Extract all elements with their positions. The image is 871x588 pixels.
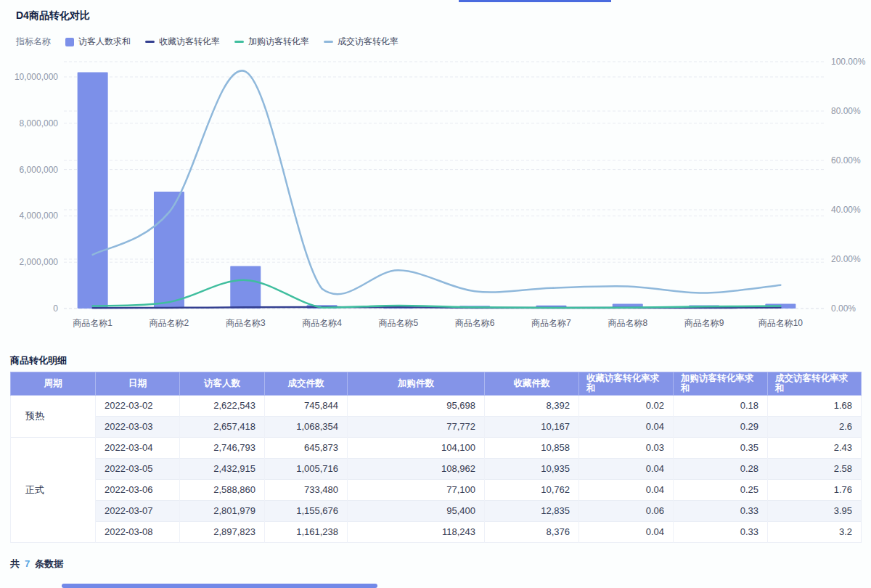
legend-item-line-1[interactable]: 收藏访客转化率 — [145, 36, 220, 48]
table-cell: 118,243 — [348, 521, 485, 542]
table-cell: 3.95 — [768, 500, 862, 521]
table-cell: 2,588,860 — [180, 479, 265, 500]
x-axis-category-label: 商品名称5 — [379, 318, 419, 328]
table-cell: 1,155,676 — [265, 500, 348, 521]
table-header-6[interactable]: 收藏访客转化率求和 — [579, 372, 674, 396]
legend-item-label: 成交访客转化率 — [338, 36, 398, 48]
footer-count: 7 — [25, 558, 30, 569]
dashboard: D4商品转化对比 指标名称 访客人数求和收藏访客转化率加购访客转化率成交访客转化… — [0, 0, 871, 588]
legend-item-label: 收藏访客转化率 — [159, 36, 220, 48]
table-cell: 104,100 — [348, 437, 485, 458]
table-cell: 2,801,979 — [180, 500, 265, 521]
x-axis-category-label: 商品名称1 — [73, 318, 113, 328]
x-axis-category-label: 商品名称7 — [531, 318, 571, 328]
table-cell: 2,657,418 — [180, 416, 265, 437]
table-cell: 0.04 — [579, 479, 674, 500]
legend-item-label: 加购访客转化率 — [248, 36, 309, 48]
table-header-0[interactable]: 周期 — [11, 372, 96, 396]
legend-item-line-3[interactable]: 成交访客转化率 — [324, 36, 398, 48]
left-axis-tick: 6,000,000 — [20, 165, 59, 175]
table-cell: 2,432,915 — [180, 458, 265, 479]
table-row-2022-03-04: 正式2022-03-042,746,793645,873104,10010,85… — [11, 437, 862, 458]
table-header-5[interactable]: 收藏件数 — [485, 372, 579, 396]
left-axis-tick: 8,000,000 — [20, 118, 59, 128]
line-成交访客转化率 — [93, 70, 781, 294]
footer-suffix: 条数据 — [35, 558, 63, 569]
table-cell: 2022-03-04 — [96, 437, 180, 458]
table-cell: 2022-03-08 — [96, 521, 180, 542]
right-axis-tick: 40.00% — [831, 205, 861, 215]
table-cell: 645,873 — [265, 437, 348, 458]
table-cell: 2,746,793 — [180, 437, 265, 458]
right-axis-tick: 60.00% — [831, 155, 861, 166]
right-axis-tick: 0.00% — [831, 303, 856, 314]
table-cell: 2022-03-03 — [96, 416, 180, 437]
legend-item-line-2[interactable]: 加购访客转化率 — [234, 36, 309, 48]
x-axis-category-label: 商品名称10 — [758, 318, 803, 328]
table-header-8[interactable]: 成交访客转化率求和 — [768, 372, 862, 396]
table-cell: 0.04 — [579, 458, 674, 479]
left-axis-tick: 0 — [53, 303, 58, 314]
table-row-2022-03-06: 2022-03-062,588,860733,48077,10010,7620.… — [11, 479, 862, 500]
table-cell: 0.03 — [579, 437, 674, 458]
table-cell: 95,698 — [348, 395, 485, 416]
table-cell: 2.6 — [768, 416, 862, 437]
footer-prefix: 共 — [10, 558, 20, 569]
table-row-2022-03-07: 2022-03-072,801,9791,155,67695,40012,835… — [11, 500, 862, 521]
bar-商品名称3[interactable] — [230, 266, 261, 309]
legend-item-bar-0[interactable]: 访客人数求和 — [65, 36, 131, 48]
line-swatch-icon — [324, 41, 333, 43]
table-cell: 2.43 — [768, 437, 862, 458]
table-row-2022-03-05: 2022-03-052,432,9151,005,716108,96210,93… — [11, 458, 862, 479]
table-footer: 共7条数据 — [10, 558, 63, 571]
table-row-2022-03-02: 预热2022-03-022,622,543745,84495,6988,3920… — [11, 395, 862, 416]
table-cell: 2022-03-06 — [96, 479, 180, 500]
bar-swatch-icon — [65, 38, 74, 46]
table-cell: 1,161,238 — [265, 521, 348, 542]
x-axis-category-label: 商品名称4 — [302, 318, 342, 328]
table-cell: 10,167 — [485, 416, 579, 437]
table-cell: 8,376 — [485, 521, 579, 542]
table-header-4[interactable]: 加购件数 — [348, 372, 485, 396]
table-header-7[interactable]: 加购访客转化率求和 — [674, 372, 768, 396]
table-cell: 8,392 — [485, 395, 579, 416]
table-cell: 1.76 — [768, 479, 862, 500]
bar-商品名称1[interactable] — [78, 73, 108, 309]
table-header-1[interactable]: 日期 — [96, 372, 180, 396]
top-scroll-indicator — [459, 0, 611, 2]
right-axis-tick: 80.00% — [831, 106, 861, 116]
table-header-3[interactable]: 成交件数 — [265, 372, 348, 396]
line-swatch-icon — [145, 41, 155, 43]
x-axis-category-label: 商品名称8 — [608, 318, 647, 328]
left-axis-tick: 2,000,000 — [20, 257, 59, 267]
table-body: 预热2022-03-022,622,543745,84495,6988,3920… — [11, 395, 862, 542]
bar-商品名称2[interactable] — [154, 192, 184, 309]
right-axis-tick: 20.00% — [831, 254, 861, 264]
table-cell: 2022-03-05 — [96, 458, 180, 479]
x-axis-category-label: 商品名称2 — [150, 318, 189, 328]
table-cell: 0.28 — [674, 458, 768, 479]
conversion-chart: 02,000,0004,000,0006,000,0008,000,00010,… — [0, 49, 871, 340]
period-cell-正式: 正式 — [11, 437, 96, 542]
table-cell: 0.06 — [579, 500, 674, 521]
bottom-scrollbar-thumb[interactable] — [62, 584, 377, 588]
chart-legend: 指标名称 访客人数求和收藏访客转化率加购访客转化率成交访客转化率 — [16, 36, 398, 48]
left-axis-tick: 4,000,000 — [20, 211, 59, 221]
table-cell: 745,844 — [265, 395, 348, 416]
table-cell: 3.2 — [768, 521, 862, 542]
line-swatch-icon — [234, 41, 244, 43]
right-axis-tick: 100.00% — [831, 57, 866, 67]
conversion-table: 周期日期访客人数成交件数加购件数收藏件数收藏访客转化率求和加购访客转化率求和成交… — [10, 372, 862, 543]
line-加购访客转化率 — [93, 280, 781, 308]
x-axis-category-label: 商品名称3 — [226, 318, 266, 328]
table-cell: 1,068,354 — [265, 416, 348, 437]
table-cell: 0.04 — [579, 416, 674, 437]
table-cell: 2.58 — [768, 458, 862, 479]
table-cell: 95,400 — [348, 500, 485, 521]
table-cell: 0.04 — [579, 521, 674, 542]
table-header-row: 周期日期访客人数成交件数加购件数收藏件数收藏访客转化率求和加购访客转化率求和成交… — [11, 372, 862, 396]
table-header-2[interactable]: 访客人数 — [180, 372, 265, 396]
table-cell: 0.33 — [674, 521, 768, 542]
table-cell: 0.25 — [674, 479, 768, 500]
table-cell: 77,100 — [348, 479, 485, 500]
